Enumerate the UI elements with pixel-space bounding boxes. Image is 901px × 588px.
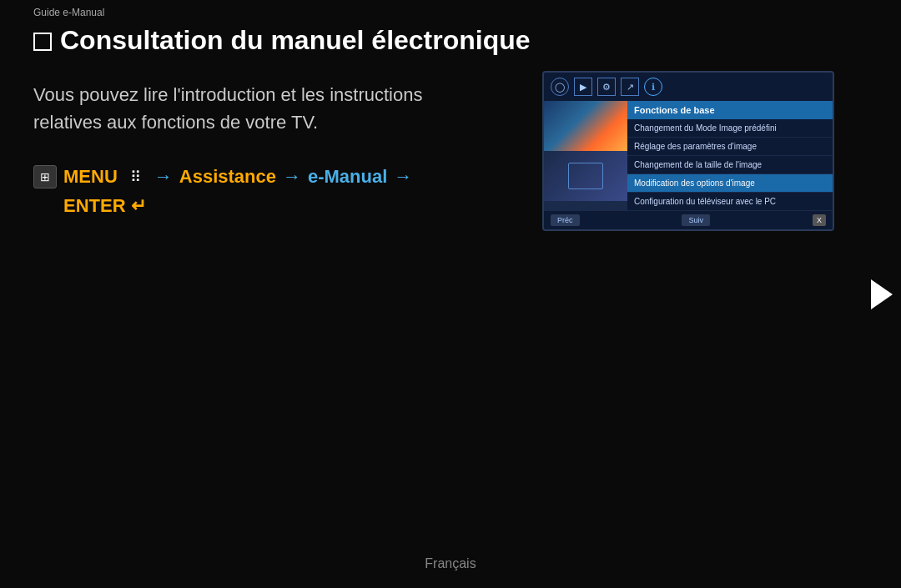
tv-prev-button[interactable]: Préc: [551, 214, 580, 226]
tv-menu-item-1[interactable]: Changement du Mode Image prédéfini: [627, 119, 833, 138]
enter-label: ENTER: [63, 195, 126, 217]
tv-top-bar: ◯ ▶ ⚙ ↗ ℹ: [544, 73, 833, 101]
description-line2: relatives aux fonctions de votre TV.: [33, 112, 318, 133]
breadcrumb: Guide e-Manual: [33, 7, 104, 18]
tv-menu-item-4[interactable]: Modification des options d'image: [627, 174, 833, 193]
tv-bottom-bar: Préc Suiv X: [544, 211, 833, 229]
tv-right-panel: Fonctions de base Changement du Mode Ima…: [627, 101, 833, 211]
tv-left-panel: [544, 101, 627, 211]
assistance-label: Assistance: [179, 166, 276, 188]
page-title: Consultation du manuel électronique: [33, 25, 868, 56]
tv-icon-settings: ⚙: [597, 78, 616, 96]
menu-icon: ⊞: [33, 165, 57, 188]
tv-icon-folder: ▶: [574, 78, 592, 96]
footer-language: Français: [425, 556, 476, 570]
enter-symbol-icon: ↵: [131, 195, 146, 217]
breadcrumb-text: Guide e-Manual: [33, 7, 104, 18]
tv-menu-item-3[interactable]: Changement de la taille de l'image: [627, 156, 833, 174]
menu-grid-icon: ⠿: [124, 165, 148, 188]
next-page-arrow[interactable]: [871, 279, 893, 309]
description-line1: Vous pouvez lire l'introduction et les i…: [33, 84, 422, 105]
tv-screen-mockup: ◯ ▶ ⚙ ↗ ℹ Fonctions de base Changement d…: [542, 71, 834, 231]
arrow1: →: [154, 166, 173, 188]
emanual-label: e-Manual: [308, 166, 387, 188]
tv-thumb-ui: [544, 151, 627, 201]
footer: Français: [0, 556, 901, 571]
tv-menu-item-2[interactable]: Réglage des paramètres d'image: [627, 138, 833, 156]
tv-icon-info: ℹ: [644, 78, 662, 96]
tv-menu-item-5[interactable]: Configuration du téléviseur avec le PC: [627, 193, 833, 211]
tv-close-button[interactable]: X: [813, 214, 826, 226]
arrow3: →: [394, 166, 412, 188]
menu-label: MENU: [63, 166, 118, 188]
tv-main-area: Fonctions de base Changement du Mode Ima…: [544, 101, 833, 211]
title-text: Consultation du manuel électronique: [60, 25, 531, 56]
tv-icon-globe: ◯: [551, 78, 569, 96]
tv-menu-header: Fonctions de base: [627, 101, 833, 119]
tv-next-button[interactable]: Suiv: [682, 214, 710, 226]
arrow2: →: [283, 166, 301, 188]
description: Vous pouvez lire l'introduction et les i…: [33, 81, 551, 136]
tv-icon-arrow: ↗: [621, 78, 639, 96]
title-checkbox-icon: [33, 33, 52, 51]
tv-thumb-landscape: [544, 101, 627, 151]
main-content: Consultation du manuel électronique Vous…: [33, 25, 868, 555]
